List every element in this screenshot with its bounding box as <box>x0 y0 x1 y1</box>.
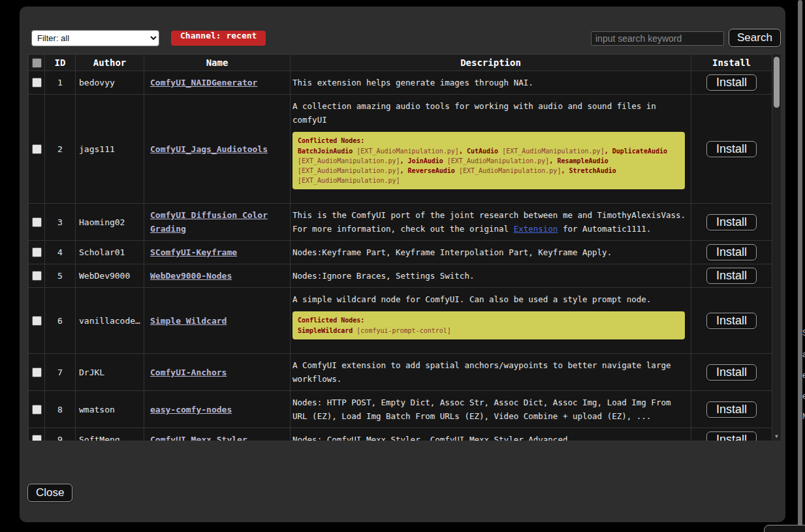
row-checkbox[interactable] <box>32 247 42 257</box>
row-install-cell: Install <box>691 95 772 204</box>
col-header-install: Install <box>691 55 772 71</box>
row-name-cell: WebDev9000-Nodes <box>144 264 291 288</box>
search-button[interactable]: Search <box>729 29 781 47</box>
install-button[interactable]: Install <box>706 401 757 418</box>
row-author: SoftMeng <box>76 428 144 442</box>
col-header-author: Author <box>76 55 144 71</box>
row-author: DrJKL <box>76 354 144 391</box>
install-button[interactable]: Install <box>706 313 757 329</box>
extension-name-link[interactable]: WebDev9000-Nodes <box>150 271 232 281</box>
row-install-cell: Install <box>691 71 772 95</box>
row-install-cell: Install <box>691 391 772 428</box>
extension-name-link[interactable]: ComfyUI_NAIDGenerator <box>150 78 257 87</box>
conflict-node-source: [EXT_AudioManipulation.py] <box>356 148 459 155</box>
description-text: for Automatic1111. <box>558 224 651 234</box>
table-row: 8wmatsoneasy-comfy-nodesNodes: HTTP POST… <box>29 391 772 428</box>
extension-name-link[interactable]: ComfyUI_Jags_Audiotools <box>150 144 268 154</box>
extension-name-link[interactable]: ComfyUI-Anchors <box>150 368 227 377</box>
extension-name-link[interactable]: SComfyUI-Keyframe <box>150 247 237 257</box>
row-author: jags111 <box>76 95 144 204</box>
row-author: Haoming02 <box>76 204 144 241</box>
table-row: 1bedovyyComfyUI_NAIDGeneratorThis extens… <box>29 71 772 95</box>
row-install-cell: Install <box>691 288 772 354</box>
install-button[interactable]: Install <box>706 244 757 260</box>
select-all-header-cell <box>29 55 45 71</box>
conflict-node-name: CutAudio <box>467 148 498 155</box>
row-author: Scholar01 <box>76 241 144 264</box>
row-id: 3 <box>45 204 76 241</box>
description-text: Nodes: HTTP POST, Empty Dict, Assoc Str,… <box>292 398 671 421</box>
conflicted-nodes-warning: Conflicted Nodes:BatchJoinAudio [EXT_Aud… <box>292 132 685 189</box>
extension-name-link[interactable]: ComfyUI_Mexx_Styler <box>150 435 247 441</box>
channel-badge: Channel: recent <box>171 31 266 46</box>
row-checkbox[interactable] <box>32 316 42 326</box>
row-description: Nodes: HTTP POST, Empty Dict, Assoc Str,… <box>291 391 691 428</box>
row-description: A simple wildcard node for ComfyUI. Can … <box>291 288 691 354</box>
conflict-node-name: BatchJoinAudio <box>298 148 353 155</box>
description-text: A simple wildcard node for ComfyUI. Can … <box>292 294 651 304</box>
table-header-row: ID Author Name Description Install <box>29 55 772 71</box>
row-description: A collection amazing audio tools for wor… <box>291 95 691 204</box>
menu-text-fragment: a <box>802 350 805 359</box>
conflict-node-source: [EXT_AudioManipulation.py] <box>298 157 400 164</box>
install-custom-nodes-dialog: Filter: all Channel: recent Search ID Au… <box>20 7 785 522</box>
row-name-cell: ComfyUI Diffusion Color Grading <box>144 204 291 241</box>
row-checkbox-cell <box>29 204 45 241</box>
conflict-title: Conflicted Nodes: <box>298 136 680 146</box>
extension-name-link[interactable]: ComfyUI Diffusion Color Grading <box>150 210 268 234</box>
select-all-checkbox[interactable] <box>32 58 42 68</box>
description-link[interactable]: Extension <box>514 224 558 234</box>
row-id: 9 <box>45 428 76 442</box>
search-input[interactable] <box>591 31 724 46</box>
filter-select[interactable]: Filter: all <box>31 30 159 46</box>
row-checkbox[interactable] <box>32 271 42 281</box>
row-checkbox[interactable] <box>32 435 42 441</box>
row-checkbox[interactable] <box>32 78 42 87</box>
extension-name-link[interactable]: easy-comfy-nodes <box>150 405 232 415</box>
conflict-node-name: SimpleWildcard <box>298 327 353 334</box>
row-author: vanillacode… <box>76 288 144 354</box>
row-name-cell: Simple Wildcard <box>144 288 291 354</box>
conflict-node-name: ReverseAudio <box>408 167 455 174</box>
scroll-down-arrow-icon[interactable]: ▼ <box>772 433 781 440</box>
conflict-node-source: [EXT_AudioManipulation.py] <box>502 148 605 155</box>
row-id: 7 <box>45 354 76 391</box>
row-name-cell: ComfyUI-Anchors <box>144 354 291 391</box>
close-button[interactable]: Close <box>27 484 72 502</box>
menu-text-fragment: S <box>802 328 805 337</box>
conflict-node-name: JoinAudio <box>408 157 443 164</box>
row-install-cell: Install <box>691 241 772 264</box>
conflict-node-source: [comfyui-prompt-control] <box>356 327 451 334</box>
row-description: Nodes:Ignore Braces, Settings Switch. <box>291 264 691 288</box>
page-scrollbar[interactable] <box>798 0 802 532</box>
row-description: A ComfyUI extension to add spatial ancho… <box>291 354 691 391</box>
install-button[interactable]: Install <box>706 74 757 91</box>
custom-nodes-table-container: ID Author Name Description Install 1bedo… <box>27 54 781 441</box>
row-checkbox[interactable] <box>32 368 42 377</box>
conflict-title: Conflicted Nodes: <box>298 315 680 325</box>
col-header-id: ID <box>45 55 76 71</box>
install-button[interactable]: Install <box>706 214 757 230</box>
row-name-cell: easy-comfy-nodes <box>144 391 291 428</box>
conflict-node-source: [EXT_AudioManipulation.py] <box>459 167 561 174</box>
table-scrollbar[interactable]: ▼ <box>772 54 781 441</box>
row-checkbox[interactable] <box>32 217 42 227</box>
row-checkbox-cell <box>29 71 45 95</box>
row-id: 5 <box>45 264 76 288</box>
table-row: 5WebDev9000WebDev9000-NodesNodes:Ignore … <box>29 264 772 288</box>
install-button[interactable]: Install <box>706 141 757 157</box>
table-row: 4Scholar01SComfyUI-KeyframeNodes:Keyfram… <box>29 241 772 264</box>
menu-text-fragment: e <box>802 392 805 401</box>
col-header-description: Description <box>291 55 691 71</box>
row-checkbox[interactable] <box>32 405 42 415</box>
row-checkbox[interactable] <box>32 144 42 154</box>
description-text: Nodes: ComfyUI Mexx Styler, ComfyUI Mexx… <box>292 435 567 441</box>
conflict-items: SimpleWildcard [comfyui-prompt-control] <box>298 326 680 336</box>
menu-text-fragment: e <box>802 371 805 380</box>
install-button[interactable]: Install <box>706 364 757 381</box>
extension-name-link[interactable]: Simple Wildcard <box>150 316 227 326</box>
install-button[interactable]: Install <box>706 431 757 441</box>
row-id: 4 <box>45 241 76 264</box>
table-scrollbar-thumb[interactable] <box>774 57 780 108</box>
install-button[interactable]: Install <box>706 268 757 284</box>
